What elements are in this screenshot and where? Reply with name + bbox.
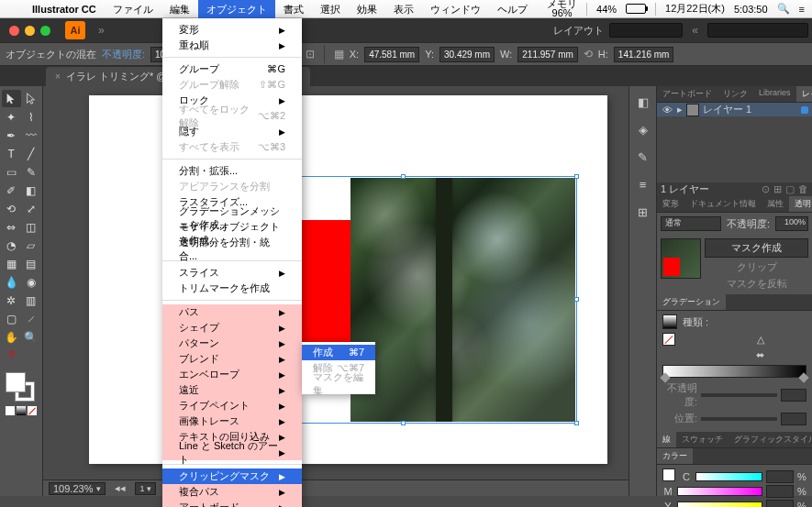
visibility-icon[interactable]: 👁	[661, 105, 673, 116]
menu-item[interactable]: アートボード▶	[162, 500, 302, 507]
panel-icon-1[interactable]: ◧	[633, 92, 653, 112]
h-field[interactable]: 141.216 mm	[614, 47, 674, 62]
layer-row[interactable]: 👁 ▸ レイヤー 1	[657, 103, 812, 116]
panel-icon-3[interactable]: ✎	[633, 147, 653, 167]
gradient-swatch[interactable]	[662, 314, 677, 329]
tab-attributes[interactable]: 属性	[762, 196, 789, 212]
layer-target-icon[interactable]	[801, 106, 808, 114]
submenu-item[interactable]: 作成⌘7	[302, 345, 375, 360]
make-mask-button[interactable]: マスク作成	[705, 238, 808, 258]
scale-tool[interactable]: ⤢	[22, 200, 41, 217]
y-field[interactable]: 30.429 mm	[439, 47, 495, 62]
eraser-tool[interactable]: ◧	[22, 182, 41, 199]
tab-graphic-styles[interactable]: グラフィックスタイル	[729, 432, 812, 447]
tab-color[interactable]: カラー	[657, 448, 693, 464]
menu-help[interactable]: ヘルプ	[489, 0, 536, 18]
fill-swatch-mini[interactable]	[662, 468, 675, 481]
menu-item[interactable]: 画像トレース▶	[162, 413, 302, 429]
opacity-label[interactable]: 不透明度:	[102, 48, 145, 61]
width-tool[interactable]: ⇔	[2, 218, 21, 236]
menu-file[interactable]: ファイル	[105, 0, 161, 18]
lasso-tool[interactable]: ⌇	[22, 108, 41, 126]
nav-prev-icon[interactable]: ◂◂	[115, 482, 126, 494]
paintbrush-tool[interactable]: ✎	[22, 163, 41, 181]
clip-checkbox[interactable]: クリップ	[705, 260, 808, 274]
app-name[interactable]: Illustrator CC	[24, 0, 105, 18]
menu-item[interactable]: 分割・拡張...	[162, 163, 302, 179]
menu-window[interactable]: ウィンドウ	[422, 0, 489, 18]
column-graph-tool[interactable]: ▥	[22, 292, 41, 309]
new-layer-icon[interactable]: ▢	[785, 183, 795, 195]
symbol-sprayer-tool[interactable]: ✲	[2, 292, 21, 309]
none-mode-icon[interactable]	[28, 406, 37, 415]
toggle-fill-stroke[interactable]: ?	[2, 347, 21, 364]
shaper-tool[interactable]: ✐	[2, 182, 21, 199]
menu-item[interactable]: ライブペイント▶	[162, 398, 302, 413]
menu-item[interactable]: 隠す▶	[162, 124, 302, 139]
menu-item[interactable]: 変形▶	[162, 22, 302, 38]
gradient-tool[interactable]: ▤	[22, 255, 41, 272]
c-slider[interactable]	[695, 472, 762, 481]
menu-item[interactable]: パス▶	[162, 304, 302, 320]
link-wh-icon[interactable]: ⟲	[584, 48, 593, 61]
tab-links[interactable]: リンク	[717, 86, 753, 102]
line-tool[interactable]: ╱	[22, 145, 41, 162]
tab-close-icon[interactable]: ×	[55, 72, 61, 82]
menu-type[interactable]: 書式	[275, 0, 312, 18]
x-field[interactable]: 47.581 mm	[364, 47, 419, 62]
locate-icon[interactable]: ⊙	[762, 183, 770, 195]
workspace-select[interactable]	[609, 23, 683, 38]
gradient-ramp[interactable]	[662, 365, 806, 378]
panel-icon-4[interactable]: ≡	[633, 174, 653, 194]
transparency-thumb[interactable]	[661, 238, 701, 279]
artboard-tool[interactable]: ▢	[2, 310, 21, 327]
search-field[interactable]	[707, 23, 808, 38]
placed-image[interactable]	[350, 178, 575, 422]
fill-stroke-swatches[interactable]	[2, 370, 40, 403]
invert-mask-checkbox[interactable]: マスクを反転	[705, 277, 808, 291]
delete-layer-icon[interactable]: 🗑	[798, 183, 808, 195]
free-transform-tool[interactable]: ◫	[22, 218, 41, 236]
color-mode-icon[interactable]	[6, 406, 15, 415]
direct-selection-tool[interactable]	[22, 90, 41, 107]
gradient-mode-icon[interactable]	[17, 406, 26, 415]
menu-extra-icon[interactable]: ≡	[799, 4, 805, 15]
tab-transform[interactable]: 変形	[657, 196, 684, 212]
transform-ref-icon[interactable]: ▦	[334, 48, 344, 61]
spotlight-icon[interactable]: 🔍	[777, 3, 790, 15]
panel-icon-5[interactable]: ⊞	[633, 202, 653, 222]
menu-effect[interactable]: 効果	[349, 0, 385, 18]
rotate-tool[interactable]: ⟲	[2, 200, 21, 217]
window-minimize[interactable]	[25, 26, 35, 36]
menu-item[interactable]: ブレンド▶	[162, 351, 302, 367]
canvas[interactable]: 109.23% ▾ ◂◂ 1 ▾ ▸▸ 選択	[43, 86, 628, 496]
y-value[interactable]	[766, 500, 794, 507]
menu-item[interactable]: 複合パス▶	[162, 484, 302, 500]
menu-object[interactable]: オブジェクト	[198, 0, 275, 18]
slice-tool[interactable]: ⟋	[22, 310, 41, 327]
tab-artboards[interactable]: アートボード	[657, 86, 717, 102]
grad-opacity-slider[interactable]	[701, 393, 777, 397]
panel-icon-2[interactable]: ◈	[633, 119, 653, 139]
panel-toggle-icon[interactable]: »	[95, 24, 108, 37]
menu-item[interactable]: シェイプ▶	[162, 320, 302, 336]
eyedropper-tool[interactable]: 💧	[2, 273, 21, 291]
menu-select[interactable]: 選択	[312, 0, 349, 18]
new-sublayer-icon[interactable]: ⊞	[773, 183, 782, 195]
perspective-tool[interactable]: ▱	[22, 237, 41, 254]
magic-wand-tool[interactable]: ✦	[2, 108, 21, 126]
curvature-tool[interactable]: 〰	[22, 127, 41, 144]
panel-toggle-right-icon[interactable]: «	[688, 24, 702, 37]
zoom-tool[interactable]: 🔍	[22, 328, 41, 346]
grad-position-val[interactable]	[781, 413, 806, 425]
menu-item[interactable]: 透明部分を分割・統合...	[162, 241, 302, 257]
w-field[interactable]: 211.957 mm	[517, 47, 578, 62]
menu-view[interactable]: 表示	[385, 0, 422, 18]
menu-item[interactable]: パターン▶	[162, 336, 302, 351]
layer-name[interactable]: レイヤー 1	[703, 103, 751, 116]
menu-item[interactable]: 重ね順▶	[162, 38, 302, 53]
menu-item[interactable]: 遠近▶	[162, 382, 302, 398]
grad-opacity-val[interactable]	[781, 389, 806, 402]
tab-swatches[interactable]: スウォッチ	[676, 432, 729, 447]
mesh-tool[interactable]: ▦	[2, 255, 21, 272]
